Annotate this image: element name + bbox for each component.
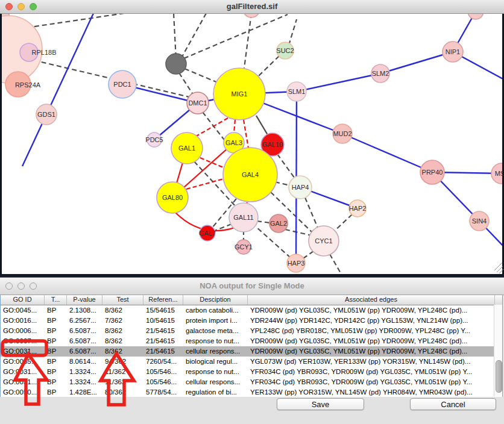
table-row[interactable]: GO:0007...BP6.5087...8/36221/54615respon… xyxy=(1,336,502,346)
table-cell: 11/362 xyxy=(102,377,143,387)
window-controls-inactive xyxy=(5,282,37,290)
vertical-scrollbar[interactable] xyxy=(494,305,502,396)
table-cell: GO:0007... xyxy=(1,336,45,346)
node-label: DMC1 xyxy=(188,99,207,107)
table-cell: GO:0050... xyxy=(1,387,45,398)
table-cell: 10/54615 xyxy=(143,316,183,326)
column-header[interactable]: GO ID xyxy=(1,295,45,305)
minimize-button[interactable] xyxy=(17,282,25,290)
table-cell: 1.3324... xyxy=(67,377,102,387)
node-label: MSL xyxy=(495,170,504,177)
close-button[interactable] xyxy=(5,3,13,10)
column-header[interactable]: Associated edges xyxy=(248,295,495,305)
node-label: PDC5 xyxy=(145,136,163,143)
node-label: GAL1 xyxy=(178,145,195,152)
zoom-button[interactable] xyxy=(30,282,37,290)
node-label: GCY1 xyxy=(235,243,253,251)
node-label: HAP3 xyxy=(288,260,305,267)
table-header-row: GO IDT...P-valueTestReferen...Desciption… xyxy=(1,295,502,305)
node-label: RPS24A xyxy=(15,81,41,89)
node-label: SIN4 xyxy=(472,217,487,225)
table-cell: 105/546... xyxy=(143,367,183,377)
table-row[interactable]: GO:0006...BP6.5087...8/36221/54615galact… xyxy=(1,326,502,336)
node-label: SUC2 xyxy=(276,47,294,54)
table-cell: 7/362 xyxy=(102,316,143,326)
table-cell: cellular respons... xyxy=(183,377,248,387)
node-label: GAL7 xyxy=(199,229,216,237)
column-header[interactable]: Test xyxy=(102,295,143,305)
column-header[interactable]: Desciption xyxy=(183,295,248,305)
table-cell: GO:0031... xyxy=(1,346,45,357)
table-row[interactable]: GO:0045...BP2.1308...8/36215/54615carbon… xyxy=(1,305,502,316)
node-label: GAL11 xyxy=(233,214,253,221)
node-label: PRP40 xyxy=(422,169,443,176)
node-label: HAP2 xyxy=(349,205,367,212)
node-label: GDS1 xyxy=(37,111,55,118)
table-cell: cellular respons... xyxy=(183,346,248,357)
table-cell: YDR009W (pd) YGL035C, YML051W (pp) YDR00… xyxy=(248,305,495,316)
network-titlebar: galFiltered.sif xyxy=(0,0,504,14)
table-cell: 11/362 xyxy=(102,367,143,377)
table-cell: YFR034C (pd) YBR093C, YDR009W (pd) YGL03… xyxy=(248,377,495,387)
table-cell: galactose meta... xyxy=(183,326,248,336)
table-cell: 7260/54... xyxy=(143,357,183,367)
table-cell: BP xyxy=(45,326,67,336)
table-cell: YDR244W (pp) YDR142C, YDR142C (pp) YGL15… xyxy=(248,316,495,326)
cancel-button[interactable]: Cancel xyxy=(410,398,496,410)
minimize-button[interactable] xyxy=(17,3,25,10)
node-label: GAL3 xyxy=(225,139,242,146)
scrollbar-thumb[interactable] xyxy=(496,360,502,393)
network-node[interactable] xyxy=(166,54,186,74)
network-window-title: galFiltered.sif xyxy=(0,0,504,13)
table-cell: GO:0006... xyxy=(1,326,45,336)
table-row[interactable]: GO:0016...BP6.2567...7/36210/54615protei… xyxy=(1,316,502,326)
table-cell: protein import i... xyxy=(183,316,248,326)
node-label: NIP1 xyxy=(446,48,460,55)
close-button[interactable] xyxy=(5,282,13,290)
table-cell: BP xyxy=(45,316,67,326)
node-label: GAL80 xyxy=(162,194,183,201)
table-cell: 6.5087... xyxy=(67,336,102,346)
save-button[interactable]: Save xyxy=(277,398,364,410)
table-cell: 1.3324... xyxy=(67,367,102,377)
noa-window: NOA output for Single Mode GO IDT...P-va… xyxy=(0,277,504,424)
table-cell: GO:0065... xyxy=(1,357,45,367)
table-row[interactable]: GO:0031...BP1.3324...11/362105/546...cel… xyxy=(1,377,502,387)
table-row[interactable]: GO:0065...BP8.0614...94/3627260/54...bio… xyxy=(1,357,502,367)
table-cell: 21/54615 xyxy=(143,346,183,357)
table-row[interactable]: GO:0031...BP6.5087...8/36221/54615cellul… xyxy=(1,346,502,357)
table-cell: response to nut... xyxy=(183,367,248,377)
table-cell: regulation of bi... xyxy=(183,387,248,398)
table-cell: 8/362 xyxy=(102,346,143,357)
table-cell: BP xyxy=(45,387,67,398)
table-cell: response to nut... xyxy=(183,336,248,346)
column-header[interactable]: P-value xyxy=(67,295,102,305)
node-label: GAL10 xyxy=(262,141,283,148)
node-label: SLM2 xyxy=(372,70,389,77)
table-cell: BP xyxy=(45,377,67,387)
network-canvas[interactable]: RPL18BRPS24AGDS1PDC1DMC1MIG1SUC2SLM1SLM2… xyxy=(0,0,504,275)
column-header[interactable]: Referen... xyxy=(143,295,183,305)
table-cell: 94/362 xyxy=(102,357,143,367)
table-cell: 8/362 xyxy=(102,305,143,316)
table-cell: 21/54615 xyxy=(143,336,183,346)
table-cell: BP xyxy=(45,357,67,367)
table-cell: YFR034C (pd) YBR093C, YDR009W (pd) YGL03… xyxy=(248,367,495,377)
table-cell: 6.5087... xyxy=(67,346,102,357)
table-cell: GO:0016... xyxy=(1,316,45,326)
table-cell: biological regul... xyxy=(183,357,248,367)
window-controls xyxy=(5,3,37,10)
table-cell: 8.0614... xyxy=(67,357,102,367)
node-label: CYC1 xyxy=(315,237,332,245)
table-row[interactable]: GO:0050...BP1.428E...80/3625778/54...reg… xyxy=(1,387,502,398)
table-row[interactable]: GO:0031...BP1.3324...11/362105/546...res… xyxy=(1,367,502,377)
node-label: MIG1 xyxy=(232,90,248,98)
table-cell: 8/362 xyxy=(102,336,143,346)
node-label: SLM1 xyxy=(288,88,306,95)
network-window: RPL18BRPS24AGDS1PDC1DMC1MIG1SUC2SLM1SLM2… xyxy=(0,0,504,275)
zoom-button[interactable] xyxy=(30,3,37,10)
table-cell: GO:0031... xyxy=(1,377,45,387)
column-header[interactable]: T... xyxy=(45,295,67,305)
table-cell: 80/362 xyxy=(102,387,143,398)
results-table: GO IDT...P-valueTestReferen...Desciption… xyxy=(0,295,503,397)
